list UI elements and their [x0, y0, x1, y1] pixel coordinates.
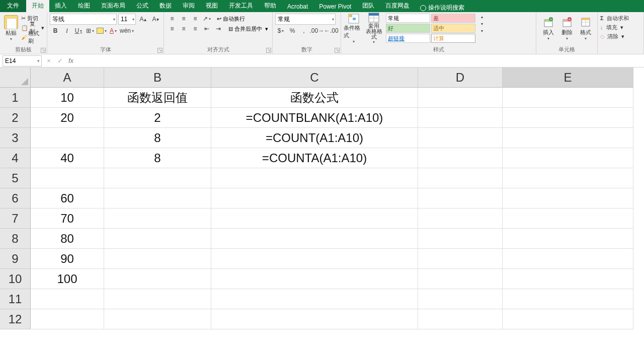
cell-E12[interactable] — [503, 309, 633, 329]
cell-A6[interactable]: 60 — [31, 188, 104, 209]
gallery-up-button[interactable]: ▴ — [476, 14, 488, 20]
tab-powerpivot[interactable]: Power Pivot — [313, 1, 357, 12]
cellstyle-bad[interactable]: 差 — [431, 14, 475, 23]
alignment-dialog-launcher[interactable]: ↘ — [266, 48, 271, 53]
cell-B11[interactable] — [104, 289, 211, 309]
gallery-down-button[interactable]: ▾ — [476, 21, 488, 27]
cell-A12[interactable] — [31, 309, 104, 329]
cell-B7[interactable] — [104, 209, 211, 229]
italic-button[interactable]: I — [61, 26, 72, 36]
cell-D1[interactable] — [418, 88, 503, 108]
name-box[interactable]: E14 — [3, 55, 42, 66]
row-header-6[interactable]: 6 — [0, 188, 31, 209]
insert-cells-button[interactable]: + 插入 — [539, 14, 557, 43]
cell-E2[interactable] — [503, 108, 633, 128]
comma-button[interactable]: , — [298, 26, 309, 36]
paste-button[interactable]: 粘贴 — [3, 14, 20, 43]
cell-C4[interactable]: =COUNTA(A1:A10) — [211, 148, 418, 168]
cell-E11[interactable] — [503, 289, 633, 309]
cell-D12[interactable] — [418, 309, 503, 329]
decrease-font-button[interactable]: A▾ — [150, 14, 161, 24]
align-right-button[interactable]: ≡ — [190, 24, 201, 34]
cell-A3[interactable] — [31, 128, 104, 148]
row-header-4[interactable]: 4 — [0, 148, 31, 168]
cell-D7[interactable] — [418, 209, 503, 229]
cell-C11[interactable] — [211, 289, 418, 309]
increase-decimal-button[interactable]: .00→ — [310, 26, 324, 36]
row-header-12[interactable]: 12 — [0, 309, 31, 329]
align-bottom-button[interactable]: ≡ — [190, 14, 201, 24]
tab-insert[interactable]: 插入 — [49, 0, 72, 12]
cell-C2[interactable]: =COUNTBLANK(A1:A10) — [211, 108, 418, 128]
cell-C7[interactable] — [211, 209, 418, 229]
merge-center-button[interactable]: ⊟ 合并后居中 ▾ — [228, 25, 268, 33]
percent-button[interactable]: % — [287, 26, 298, 36]
tell-me-search[interactable]: 操作说明搜索 — [420, 4, 464, 12]
gallery-more-button[interactable]: ▾ — [476, 28, 488, 34]
cell-E4[interactable] — [503, 148, 633, 168]
cell-E9[interactable] — [503, 249, 633, 269]
insert-function-button[interactable]: fx — [66, 57, 76, 64]
tab-pagelayout[interactable]: 页面布局 — [96, 0, 131, 12]
cellstyle-calculation[interactable]: 计算 — [431, 34, 475, 43]
align-center-button[interactable]: ≡ — [178, 24, 189, 34]
tab-acrobat[interactable]: Acrobat — [282, 1, 313, 12]
align-middle-button[interactable]: ≡ — [178, 14, 189, 24]
cell-E7[interactable] — [503, 209, 633, 229]
column-header-D[interactable]: D — [418, 67, 503, 88]
cell-D5[interactable] — [418, 168, 503, 188]
cell-A11[interactable] — [31, 289, 104, 309]
cell-B6[interactable] — [104, 188, 211, 209]
cell-B9[interactable] — [104, 249, 211, 269]
clipboard-dialog-launcher[interactable]: ↘ — [41, 48, 46, 53]
row-header-1[interactable]: 1 — [0, 88, 31, 108]
cell-B10[interactable] — [104, 269, 211, 289]
row-header-9[interactable]: 9 — [0, 249, 31, 269]
font-dialog-launcher[interactable]: ↘ — [157, 48, 163, 53]
cell-B2[interactable]: 2 — [104, 108, 211, 128]
cell-A10[interactable]: 100 — [31, 269, 104, 289]
cellstyle-hyperlink[interactable]: 超链接 — [386, 34, 430, 43]
tab-data[interactable]: 数据 — [154, 0, 177, 12]
row-header-3[interactable]: 3 — [0, 128, 31, 148]
font-name-select[interactable]: 等线 — [50, 14, 117, 25]
cellstyle-good[interactable]: 好 — [386, 24, 430, 33]
phonetic-button[interactable]: wén — [119, 26, 134, 36]
cell-D3[interactable] — [418, 128, 503, 148]
decrease-decimal-button[interactable]: ←.00 — [325, 26, 339, 36]
cellstyle-normal[interactable]: 常规 — [386, 14, 430, 23]
cell-D4[interactable] — [418, 148, 503, 168]
format-painter-button[interactable]: 格式刷 — [21, 33, 44, 42]
cell-D10[interactable] — [418, 269, 503, 289]
cell-E10[interactable] — [503, 269, 633, 289]
increase-font-button[interactable]: A▴ — [137, 14, 148, 24]
row-header-2[interactable]: 2 — [0, 108, 31, 128]
tab-file[interactable]: 文件 — [0, 0, 26, 12]
font-color-button[interactable]: A — [108, 26, 119, 36]
cell-B1[interactable]: 函数返回值 — [104, 88, 211, 108]
cell-E1[interactable] — [503, 88, 633, 108]
cell-A7[interactable]: 70 — [31, 209, 104, 229]
align-left-button[interactable]: ≡ — [167, 24, 178, 34]
fill-button[interactable]: 填充 ▾ — [600, 23, 641, 32]
conditional-formatting-button[interactable]: 条件格式 — [344, 14, 364, 43]
tab-review[interactable]: 审阅 — [177, 0, 200, 12]
wrap-text-button[interactable]: ↩ 自动换行 — [217, 15, 245, 23]
tab-team[interactable]: 团队 — [357, 0, 380, 12]
cell-B12[interactable] — [104, 309, 211, 329]
column-header-C[interactable]: C — [211, 67, 418, 88]
column-header-E[interactable]: E — [503, 67, 633, 88]
cellstyle-neutral[interactable]: 适中 — [431, 24, 475, 33]
tab-help[interactable]: 帮助 — [259, 0, 282, 12]
number-dialog-launcher[interactable]: ↘ — [335, 48, 340, 53]
autosum-button[interactable]: 自动求和 — [600, 14, 641, 23]
decrease-indent-button[interactable]: ⇤ — [201, 24, 212, 34]
cell-C5[interactable] — [211, 168, 418, 188]
accounting-format-button[interactable]: $ — [275, 26, 286, 36]
cell-E8[interactable] — [503, 229, 633, 249]
tab-formulas[interactable]: 公式 — [131, 0, 154, 12]
row-header-5[interactable]: 5 — [0, 168, 31, 188]
cell-E5[interactable] — [503, 168, 633, 188]
cell-A4[interactable]: 40 — [31, 148, 104, 168]
underline-button[interactable]: U — [73, 26, 84, 36]
